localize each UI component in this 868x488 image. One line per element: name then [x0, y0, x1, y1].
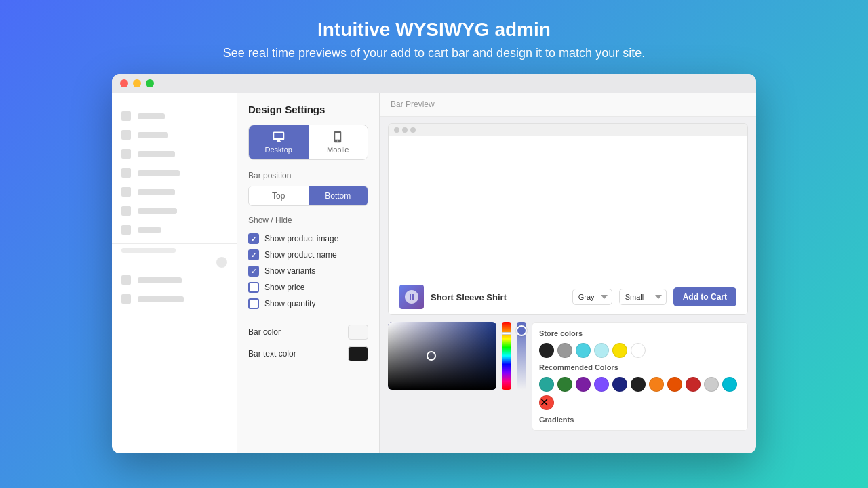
store-color-yellow[interactable] — [612, 343, 627, 358]
device-tabs: Desktop Mobile — [248, 125, 368, 160]
show-variants-label: Show variants — [264, 266, 315, 276]
sidebar-item-home[interactable] — [112, 106, 237, 125]
rec-color-2[interactable] — [557, 377, 572, 392]
show-quantity-label: Show quantity — [264, 299, 315, 308]
sidebar-item-products[interactable] — [112, 144, 237, 163]
color-picker-area: Store colors Recommended Colors — [388, 322, 748, 431]
maximize-dot[interactable] — [146, 79, 154, 87]
store-color-dots — [539, 343, 741, 358]
preview-area: Bar Preview — [380, 93, 756, 453]
rec-color-3[interactable] — [576, 377, 591, 392]
show-product-image-label: Show product image — [264, 234, 338, 243]
rec-color-1[interactable] — [539, 377, 554, 392]
mobile-icon — [332, 131, 344, 143]
add-to-cart-button[interactable]: Add to Cart — [673, 287, 736, 306]
bar-text-color-swatch[interactable] — [348, 346, 368, 361]
window-titlebar — [112, 74, 756, 93]
show-product-name-checkbox[interactable] — [248, 249, 259, 260]
rec-color-9[interactable] — [686, 377, 701, 392]
show-quantity-checkbox[interactable] — [248, 298, 259, 309]
store-color-gray[interactable] — [557, 343, 572, 358]
bar-position-label: Bar position — [248, 171, 368, 180]
tab-mobile[interactable]: Mobile — [309, 125, 368, 159]
sidebar-label-customers — [138, 170, 180, 176]
bar-color-swatch[interactable] — [348, 325, 368, 340]
desktop-icon — [273, 131, 285, 143]
variant-color-select[interactable]: Gray Black White — [572, 289, 612, 305]
show-price-row: Show price — [248, 279, 368, 296]
hue-slider[interactable] — [502, 322, 511, 390]
recommended-colors-title: Recommended Colors — [539, 363, 741, 371]
discounts-icon — [121, 206, 131, 216]
home-icon — [121, 111, 131, 121]
browser-preview: Short Sleeve Shirt Gray Black White Smal… — [388, 123, 748, 315]
picker-circle[interactable] — [427, 351, 436, 361]
customers-icon — [121, 168, 131, 178]
sidebar-item-orders[interactable] — [112, 125, 237, 144]
cart-bar: Short Sleeve Shirt Gray Black White Smal… — [389, 279, 747, 314]
product-name: Short Sleeve Shirt — [431, 292, 566, 302]
store-color-white[interactable] — [631, 343, 646, 358]
variant-size-select[interactable]: Small Medium Large — [619, 289, 667, 305]
sidebar-label-products — [138, 151, 175, 157]
alpha-indicator — [516, 325, 527, 336]
bar-text-color-label: Bar text color — [248, 349, 296, 359]
sidebar-item-customers[interactable] — [112, 163, 237, 182]
pos-icon — [121, 294, 131, 304]
color-gradient-picker[interactable] — [388, 322, 496, 390]
analytics-icon — [121, 187, 131, 197]
browser-dot-1 — [394, 127, 399, 133]
sidebar-section-sales — [121, 248, 176, 253]
sidebar-item-apps[interactable] — [112, 220, 237, 239]
rec-color-8[interactable] — [667, 377, 682, 392]
tab-desktop-label: Desktop — [265, 146, 292, 154]
sidebar-item-discounts[interactable] — [112, 201, 237, 220]
minimize-dot[interactable] — [133, 79, 141, 87]
store-color-teal[interactable] — [576, 343, 591, 358]
preview-header: Bar Preview — [380, 93, 756, 117]
rec-color-4[interactable] — [594, 377, 609, 392]
preview-content: Short Sleeve Shirt Gray Black White Smal… — [380, 117, 756, 453]
store-colors-panel: Store colors Recommended Colors — [532, 322, 748, 431]
page-title: Intuitive WYSIWYG admin — [223, 19, 645, 41]
browser-content — [389, 136, 747, 279]
show-variants-checkbox[interactable] — [248, 266, 259, 277]
store-color-light-teal[interactable] — [594, 343, 609, 358]
show-product-name-row: Show product name — [248, 247, 368, 263]
gradients-title: Gradients — [539, 415, 741, 424]
show-product-image-row: Show product image — [248, 230, 368, 247]
orders-icon — [121, 130, 131, 140]
bar-color-row: Bar color — [248, 321, 368, 343]
sidebar-item-online-store[interactable] — [112, 270, 237, 289]
sidebar-nav — [112, 101, 237, 314]
rec-color-6[interactable] — [631, 377, 646, 392]
online-store-icon — [121, 275, 131, 285]
apps-icon — [121, 225, 131, 235]
browser-dot-2 — [402, 127, 408, 133]
bar-text-color-row: Bar text color — [248, 343, 368, 365]
position-bottom[interactable]: Bottom — [309, 186, 368, 205]
store-color-black[interactable] — [539, 343, 554, 358]
rec-color-10[interactable] — [704, 377, 719, 392]
app-window: Design Settings Desktop Mobile Bar pos — [112, 74, 756, 453]
show-price-checkbox[interactable] — [248, 282, 259, 293]
rec-color-11[interactable] — [722, 377, 737, 392]
rec-color-cross[interactable]: ✕ — [539, 395, 554, 410]
sidebar-item-analytics[interactable] — [112, 182, 237, 201]
rec-color-5[interactable] — [612, 377, 627, 392]
sidebar-toggle-icon[interactable] — [216, 257, 227, 268]
recommended-color-dots: ✕ — [539, 377, 741, 410]
bar-color-label: Bar color — [248, 327, 281, 337]
sidebar-item-point-of-sale[interactable] — [112, 289, 237, 308]
show-quantity-row: Show quantity — [248, 296, 368, 312]
alpha-slider[interactable] — [517, 322, 526, 390]
tab-desktop[interactable]: Desktop — [249, 125, 309, 159]
close-dot[interactable] — [120, 79, 128, 87]
rec-color-7[interactable] — [649, 377, 664, 392]
show-product-name-label: Show product name — [264, 250, 337, 260]
sidebar-label-analytics — [138, 189, 175, 195]
position-top[interactable]: Top — [249, 186, 309, 205]
show-product-image-checkbox[interactable] — [248, 233, 259, 244]
page-subtitle: See real time previews of your add to ca… — [223, 46, 645, 60]
settings-panel-title: Design Settings — [248, 104, 368, 115]
